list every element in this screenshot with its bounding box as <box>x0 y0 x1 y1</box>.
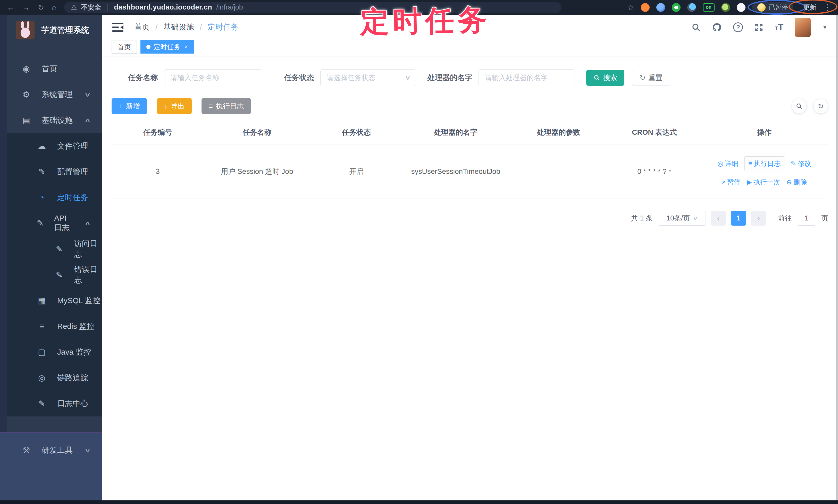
col-actions: 操作 <box>700 121 828 144</box>
execution-log-button[interactable]: ≡ 执行日志 <box>202 98 251 114</box>
tag-view-bar: 首页 定时任务 × <box>102 40 838 56</box>
extension-icon[interactable] <box>641 3 650 12</box>
sidebar-item-config-mgmt[interactable]: ✎ 配置管理 <box>0 159 102 185</box>
trash-icon: ⊖ <box>786 178 792 186</box>
home-icon[interactable]: ⌂ <box>52 4 56 11</box>
prev-page-button[interactable]: ‹ <box>711 211 726 226</box>
sidebar-item-access-log[interactable]: ✎ 访问日志 <box>0 236 102 262</box>
breadcrumb-separator: / <box>200 23 202 32</box>
refresh-icon: ↻ <box>640 74 646 82</box>
pause-link[interactable]: × 暂停 <box>722 178 740 187</box>
on-switch-extension-icon[interactable]: on <box>703 3 715 12</box>
search-button[interactable]: 搜索 <box>586 70 624 86</box>
sidebar-item-dev-tools[interactable]: ⚒ 研发工具 ∨ <box>0 437 102 463</box>
refresh-table-button[interactable]: ↻ <box>813 98 828 113</box>
reset-button[interactable]: ↻ 重置 <box>632 70 670 86</box>
export-button-label: 导出 <box>171 102 185 111</box>
github-icon[interactable] <box>712 22 722 32</box>
user-avatar[interactable] <box>795 18 811 37</box>
sidebar-item-infrastructure[interactable]: ▤ 基础设施 ∧ <box>0 107 102 133</box>
add-button[interactable]: + 新增 <box>111 98 147 114</box>
infrastructure-submenu: ☁ 文件管理 ✎ 配置管理 ◔ 定时任务 ✎ API 日志 ∧ ✎ <box>0 133 102 416</box>
collapse-sidebar-icon[interactable] <box>112 23 123 32</box>
action-toolbar: + 新增 ↓ 导出 ≡ 执行日志 ↻ <box>111 98 828 114</box>
sidebar-item-label: MySQL 监控 <box>57 295 100 306</box>
sidebar-logo-row: 芋道管理系统 <box>0 15 102 46</box>
play-icon: ▶ <box>747 178 752 186</box>
font-size-icon[interactable]: TT <box>775 22 783 32</box>
search-icon[interactable] <box>692 23 701 32</box>
screen: ← → ↻ ⌂ ⚠ 不安全 dashboard.yudao.iocoder.cn… <box>0 0 838 504</box>
tab-scheduled-jobs[interactable]: 定时任务 × <box>140 40 194 54</box>
update-button[interactable]: 更新 <box>800 2 820 13</box>
col-handler-param: 处理器的参数 <box>509 121 608 144</box>
run-once-link[interactable]: ▶ 执行一次 <box>747 178 780 187</box>
page-size-select[interactable]: 10条/页 ∨ <box>658 211 706 226</box>
chevron-up-icon: ∧ <box>84 117 91 124</box>
profile-chip[interactable]: 已暂停 <box>752 2 793 13</box>
extension-icon[interactable] <box>672 3 681 12</box>
leaf-extension-icon[interactable] <box>721 3 730 12</box>
sidebar-item-redis-monitor[interactable]: ≡ Redis 监控 <box>0 313 102 339</box>
handler-name-input[interactable] <box>478 69 574 86</box>
fullscreen-icon[interactable] <box>754 23 764 32</box>
caret-down-icon[interactable]: ▼ <box>822 24 828 31</box>
col-job-status: 任务状态 <box>310 121 402 144</box>
sidebar-item-label: 访问日志 <box>74 238 102 259</box>
back-icon[interactable]: ← <box>7 4 14 11</box>
table-header-row: 任务编号 任务名称 任务状态 处理器的名字 处理器的参数 CRON 表达式 操作 <box>111 121 828 144</box>
warning-icon: ⚠ <box>71 3 77 11</box>
menu-kebab-icon[interactable]: ⋮ <box>824 3 831 12</box>
tab-home[interactable]: 首页 <box>111 40 137 54</box>
sidebar-item-api-log[interactable]: ✎ API 日志 ∧ <box>0 211 102 236</box>
sidebar-item-error-log[interactable]: ✎ 错误日志 <box>0 262 102 288</box>
page-size-value: 10条/页 <box>666 214 690 223</box>
sidebar-item-java-monitor[interactable]: ▢ Java 监控 <box>0 339 102 365</box>
sidebar-item-home[interactable]: ◉ 首页 <box>0 56 102 82</box>
col-handler-name: 处理器的名字 <box>402 121 509 144</box>
url-host: dashboard.yudao.iocoder.cn <box>114 3 212 11</box>
home-icon: ◉ <box>21 64 32 74</box>
sidebar-item-system-mgmt[interactable]: ⚙ 系统管理 ∨ <box>0 82 102 107</box>
url-path: /infra/job <box>216 3 243 11</box>
extension-icon[interactable] <box>656 3 665 12</box>
close-icon[interactable]: × <box>185 43 188 50</box>
pinned-extension-icon[interactable] <box>737 3 746 12</box>
reload-icon[interactable]: ↻ <box>38 4 44 11</box>
sidebar-item-tracing[interactable]: ◎ 链路追踪 <box>0 365 102 391</box>
delete-link[interactable]: ⊖ 删除 <box>786 178 807 187</box>
forward-icon[interactable]: → <box>22 4 30 11</box>
sidebar-item-label: Java 监控 <box>57 347 91 358</box>
add-button-label: 新增 <box>126 102 140 111</box>
next-page-button[interactable]: › <box>751 211 766 226</box>
sidebar-item-mysql-monitor[interactable]: ▦ MySQL 监控 <box>0 288 102 313</box>
sidebar-item-file-mgmt[interactable]: ☁ 文件管理 <box>0 133 102 159</box>
help-icon[interactable]: ? <box>733 22 743 32</box>
gear-icon: ⚙ <box>21 90 32 100</box>
goto-page-input[interactable] <box>797 211 816 226</box>
export-button[interactable]: ↓ 导出 <box>157 98 192 114</box>
edit-link[interactable]: ✎ 修改 <box>790 159 811 168</box>
sidebar-item-label: API 日志 <box>54 214 75 233</box>
puzzle-extension-icon[interactable] <box>687 3 696 12</box>
breadcrumb-home[interactable]: 首页 <box>134 22 150 33</box>
breadcrumb-infrastructure[interactable]: 基础设施 <box>163 22 194 33</box>
job-log-link[interactable]: ≡ 执行日志 <box>745 156 784 171</box>
sidebar-item-log-center[interactable]: ✎ 日志中心 <box>0 391 102 416</box>
reset-button-label: 重置 <box>649 73 663 83</box>
chevron-down-icon: ∨ <box>405 74 411 81</box>
cell-job-status: 开启 <box>310 144 402 199</box>
bookmark-star-icon[interactable]: ☆ <box>627 4 634 11</box>
eye-icon: ◎ <box>37 373 47 383</box>
sidebar-item-scheduled-jobs[interactable]: ◔ 定时任务 <box>0 185 102 211</box>
breadcrumb-separator: / <box>155 23 157 32</box>
cloud-upload-icon: ☁ <box>37 141 47 151</box>
job-name-input[interactable] <box>164 69 262 86</box>
sidebar-scroll-strip[interactable] <box>0 15 7 504</box>
toggle-search-button[interactable] <box>792 98 806 113</box>
edit-icon: ✎ <box>55 244 64 254</box>
job-status-select[interactable]: 请选择任务状态 ∨ <box>320 69 416 86</box>
sidebar-item-label: Redis 监控 <box>57 321 94 332</box>
detail-link[interactable]: ◎ 详细 <box>717 159 738 168</box>
page-1-button[interactable]: 1 <box>731 211 746 226</box>
